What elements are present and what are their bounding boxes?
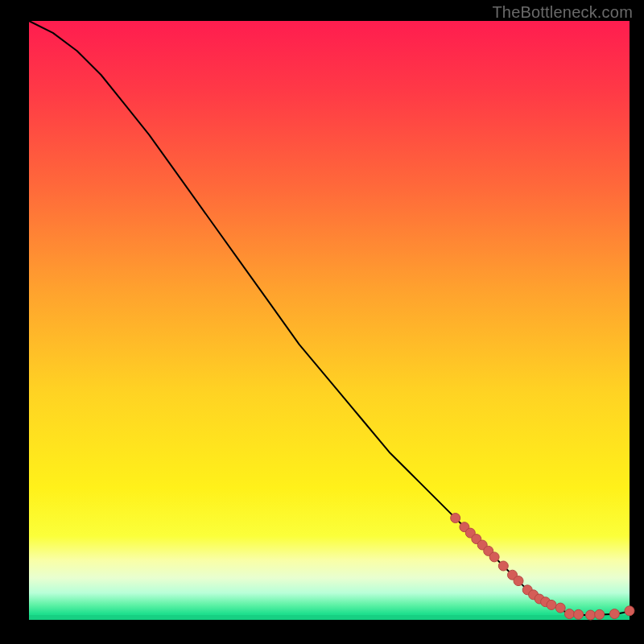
chart-stage: TheBottleneck.com <box>0 0 644 644</box>
data-marker <box>451 514 460 523</box>
data-marker <box>498 561 508 571</box>
data-marker <box>625 606 634 616</box>
data-marker <box>595 609 605 619</box>
data-marker <box>574 609 584 619</box>
chart-gradient-bg <box>29 21 630 620</box>
watermark-label: TheBottleneck.com <box>492 3 633 22</box>
data-marker <box>489 552 499 562</box>
chart-green-band <box>29 615 630 620</box>
data-marker <box>514 576 523 586</box>
data-marker <box>555 603 565 613</box>
data-marker <box>609 609 619 619</box>
bottleneck-chart <box>0 0 644 644</box>
data-marker <box>547 600 556 609</box>
data-marker <box>564 609 574 619</box>
data-marker <box>586 610 596 620</box>
